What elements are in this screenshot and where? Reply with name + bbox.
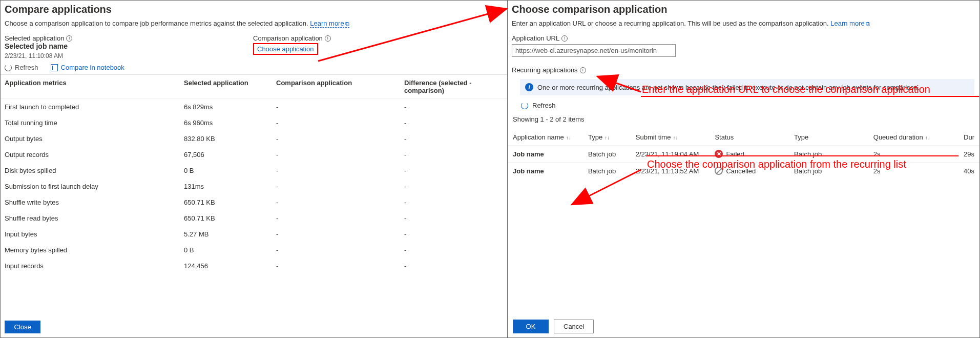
- metric-comparison-value: -: [276, 246, 404, 254]
- metric-name: Memory bytes spilled: [5, 246, 184, 254]
- metric-selected-value: 832.80 KB: [184, 135, 276, 143]
- metric-comparison-value: -: [276, 119, 404, 127]
- refresh-icon: [5, 64, 12, 71]
- refresh-button-right[interactable]: Refresh: [508, 98, 979, 112]
- table-header: Application name↑↓ Type↑↓ Submit time↑↓ …: [508, 129, 979, 145]
- col-status[interactable]: Status: [715, 133, 794, 141]
- metric-selected-value: 6s 960ms: [184, 119, 276, 127]
- cell-type-2: Batch job: [794, 167, 873, 175]
- metric-difference-value: -: [404, 167, 503, 174]
- cell-type: Batch job: [588, 167, 636, 175]
- metric-difference-value: -: [404, 198, 503, 206]
- sort-icon: ↑↓: [673, 135, 678, 141]
- cell-app-name: Job name: [513, 150, 588, 158]
- metric-name: Input records: [5, 262, 184, 270]
- metric-name: Total running time: [5, 119, 184, 127]
- metric-comparison-value: -: [276, 135, 404, 143]
- app-url-label: Application URL i: [512, 34, 975, 42]
- compare-in-notebook-button[interactable]: Compare in notebook: [51, 64, 124, 71]
- recurring-apps-label: Recurring applications i: [512, 66, 975, 74]
- col-metric: Application metrics: [5, 79, 184, 94]
- cell-submit-time: 2/23/21, 11:19:04 AM: [636, 150, 715, 158]
- learn-more-link-left[interactable]: Learn more⧉: [310, 19, 349, 28]
- right-subtitle-text: Enter an application URL or choose a rec…: [512, 19, 829, 27]
- cell-type-2: Batch job: [794, 150, 873, 158]
- metric-row: Output records67,506--: [1, 147, 507, 163]
- info-banner: i One or more recurring applications are…: [520, 79, 974, 95]
- metric-selected-value: 6s 829ms: [184, 103, 276, 111]
- metric-name: First launch to completed: [5, 103, 184, 111]
- metric-selected-value: 5.27 MB: [184, 230, 276, 238]
- cell-status: Cancelled: [715, 167, 794, 175]
- metric-comparison-value: -: [276, 262, 404, 270]
- metric-difference-value: -: [404, 262, 503, 270]
- selected-app-label: Selected application i: [5, 34, 253, 42]
- cell-app-name: Job name: [513, 167, 588, 175]
- refresh-icon: [521, 102, 528, 109]
- metric-selected-value: 0 B: [184, 167, 276, 174]
- metric-name: Input bytes: [5, 230, 184, 238]
- metric-difference-value: -: [404, 230, 503, 238]
- metric-selected-value: 0 B: [184, 246, 276, 254]
- col-queued-duration[interactable]: Queued duration↑↓: [873, 133, 953, 141]
- col-type[interactable]: Type↑↓: [588, 133, 636, 141]
- refresh-button-left[interactable]: Refresh: [5, 64, 38, 71]
- cancel-button[interactable]: Cancel: [554, 320, 594, 333]
- cell-queued-duration: 2s: [873, 167, 953, 175]
- col-type-2[interactable]: Type: [794, 133, 873, 141]
- col-duration[interactable]: Dur: [952, 133, 974, 141]
- status-failed-icon: ✕: [715, 150, 723, 158]
- info-icon[interactable]: i: [66, 35, 72, 42]
- metric-comparison-value: -: [276, 230, 404, 238]
- cell-duration: 29s: [952, 150, 974, 158]
- metric-selected-value: 67,506: [184, 151, 276, 158]
- close-button[interactable]: Close: [5, 321, 40, 333]
- ok-button[interactable]: OK: [513, 320, 549, 333]
- cell-queued-duration: 2s: [873, 150, 953, 158]
- cell-duration: 40s: [952, 167, 974, 175]
- col-comparison: Comparison application: [276, 79, 404, 94]
- external-link-icon: ⧉: [866, 21, 870, 27]
- metric-row: Memory bytes spilled0 B--: [1, 242, 507, 258]
- sort-icon: ↑↓: [604, 135, 610, 141]
- metric-name: Output records: [5, 151, 184, 158]
- metric-comparison-value: -: [276, 214, 404, 222]
- table-row[interactable]: Job nameBatch job2/23/21, 11:19:04 AM✕Fa…: [508, 145, 979, 162]
- status-cancelled-icon: [715, 167, 723, 175]
- metric-selected-value: 650.71 KB: [184, 214, 276, 222]
- metric-difference-value: -: [404, 246, 503, 254]
- metric-row: Input bytes5.27 MB--: [1, 226, 507, 242]
- metric-row: Shuffle write bytes650.71 KB--: [1, 194, 507, 210]
- metric-difference-value: -: [404, 119, 503, 127]
- info-icon[interactable]: i: [561, 35, 568, 42]
- application-url-input[interactable]: [512, 44, 676, 57]
- metric-comparison-value: -: [276, 103, 404, 111]
- info-icon[interactable]: i: [580, 67, 586, 73]
- choose-application-link[interactable]: Choose application: [257, 45, 314, 53]
- metric-name: Shuffle read bytes: [5, 214, 184, 222]
- right-subtitle: Enter an application URL or choose a rec…: [512, 19, 975, 27]
- metric-difference-value: -: [404, 183, 503, 190]
- selected-job-name: Selected job name: [5, 42, 253, 50]
- sort-icon: ↑↓: [925, 135, 930, 141]
- metric-name: Shuffle write bytes: [5, 198, 184, 206]
- learn-more-link-right[interactable]: Learn more⧉: [830, 19, 869, 27]
- col-submit-time[interactable]: Submit time↑↓: [636, 133, 715, 141]
- col-application-name[interactable]: Application name↑↓: [513, 133, 588, 141]
- choose-application-highlight: Choose application: [253, 43, 318, 55]
- metric-comparison-value: -: [276, 198, 404, 206]
- metric-row: First launch to completed6s 829ms--: [1, 99, 507, 115]
- left-subtitle: Choose a comparison application to compa…: [5, 19, 503, 27]
- metric-difference-value: -: [404, 214, 503, 222]
- page-title-right: Choose comparison application: [512, 4, 975, 15]
- info-icon[interactable]: i: [325, 35, 331, 42]
- cell-type: Batch job: [588, 150, 636, 158]
- metric-difference-value: -: [404, 135, 503, 143]
- comparison-app-label: Comparison application i: [253, 34, 331, 42]
- metric-row: Output bytes832.80 KB--: [1, 131, 507, 147]
- metric-selected-value: 650.71 KB: [184, 198, 276, 206]
- table-row[interactable]: Job nameBatch job2/23/21, 11:13:52 AMCan…: [508, 162, 979, 179]
- page-title-left: Compare applications: [5, 4, 503, 15]
- metric-difference-value: -: [404, 151, 503, 158]
- metric-comparison-value: -: [276, 183, 404, 190]
